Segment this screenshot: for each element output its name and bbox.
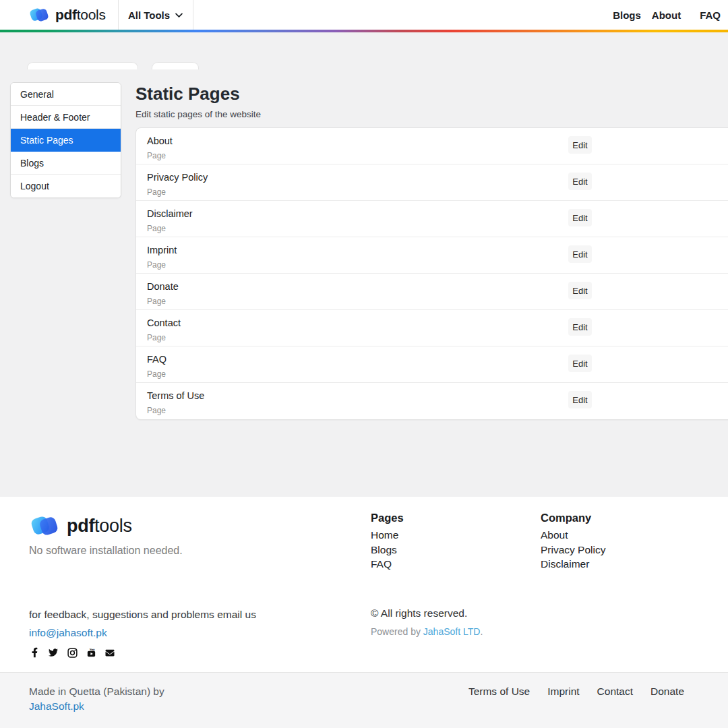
jahasoft-link[interactable]: JahaSoft.pk [29,700,84,712]
sidebar-item-logout[interactable]: Logout [11,175,121,198]
page-row-about: About Page Edit [136,128,728,164]
page-row-title: About [147,135,173,146]
page-title: Static Pages [135,84,240,104]
page-row-faq: FAQ Page Edit [136,346,728,383]
page-row-title: Disclaimer [147,208,193,219]
bottom-bar: Made in Quetta (Pakistan) by JahaSoft.pk… [0,672,728,728]
page-row-terms-of-use: Terms of Use Page Edit [136,383,728,419]
powered-suffix: . [480,626,483,637]
page-row-privacy-policy: Privacy Policy Page Edit [136,164,728,201]
edit-button[interactable]: Edit [568,136,592,154]
footer-company-column: Company About Privacy Policy Disclaimer [541,512,605,572]
nav-links: Blogs About FAQ [613,0,721,30]
footer-link-privacy-policy[interactable]: Privacy Policy [541,543,605,557]
brand-logo[interactable]: pdftools [28,0,106,30]
pdftools-logo-icon [29,510,60,541]
page-row-title: FAQ [147,354,166,365]
pdftools-logo-icon [28,4,50,26]
nav-link-blogs[interactable]: Blogs [613,9,641,21]
page-row-title: Donate [147,281,179,292]
brand-name: pdftools [55,7,106,23]
edit-button[interactable]: Edit [568,209,592,226]
top-navbar: pdftools All Tools Blogs About FAQ [0,0,728,30]
brand-regular: tools [94,516,132,536]
chevron-down-icon [175,11,183,20]
edit-button[interactable]: Edit [568,355,592,372]
footer-column-title: Pages [371,512,404,524]
bottom-link-donate[interactable]: Donate [650,686,684,698]
page-row-disclaimer: Disclaimer Page Edit [136,201,728,237]
footer-column-title: Company [541,512,605,524]
page-row-title: Privacy Policy [147,172,208,183]
page-row-title: Contact [147,317,181,328]
clipped-input-stub[interactable] [27,62,138,69]
footer-tagline: No software installation needed. [29,545,183,557]
page-row-contact: Contact Page Edit [136,310,728,346]
edit-button[interactable]: Edit [568,391,592,408]
footer-email-link[interactable]: info@jahasoft.pk [29,627,107,639]
edit-button[interactable]: Edit [568,173,592,190]
bottom-link-terms-of-use[interactable]: Terms of Use [468,686,530,698]
static-pages-list: About Page Edit Privacy Policy Page Edit… [135,127,728,420]
page-row-type: Page [147,151,166,160]
nav-link-about[interactable]: About [652,9,681,21]
admin-sidebar: General Header & Footer Static Pages Blo… [10,82,121,198]
brand-name: pdftools [67,516,132,537]
sidebar-item-header-footer[interactable]: Header & Footer [11,106,121,129]
footer-feedback-text: for feedback, suggestions and problems e… [29,609,256,621]
sidebar-item-general[interactable]: General [11,83,121,106]
edit-button[interactable]: Edit [568,318,592,336]
page-row-type: Page [147,260,166,270]
brand-bold: pdf [55,7,77,22]
email-icon[interactable] [104,647,115,658]
powered-by-link[interactable]: JahaSoft LTD [423,626,481,637]
powered-prefix: Powered by [371,626,423,637]
brand-bold: pdf [67,516,94,536]
page-row-type: Page [147,406,166,415]
page: pdftools All Tools Blogs About FAQ Gener… [0,0,728,728]
footer-link-blogs[interactable]: Blogs [371,543,404,557]
page-row-imprint: Imprint Page Edit [136,237,728,274]
bottom-link-contact[interactable]: Contact [597,686,633,698]
footer-brand-logo[interactable]: pdftools [29,510,132,541]
page-row-type: Page [147,187,166,197]
admin-main-area: General Header & Footer Static Pages Blo… [0,32,728,497]
svg-text:You: You [88,648,94,651]
page-row-title: Terms of Use [147,390,204,401]
edit-button[interactable]: Edit [568,245,592,263]
footer-pages-column: Pages Home Blogs FAQ [371,512,404,572]
site-footer: pdftools No software installation needed… [0,497,728,672]
bottom-link-imprint[interactable]: Imprint [547,686,579,698]
page-subtitle: Edit static pages of the website [135,109,261,119]
brand-regular: tools [77,7,106,22]
page-row-type: Page [147,369,166,379]
page-row-type: Page [147,333,166,342]
footer-link-home[interactable]: Home [371,528,404,543]
nav-link-faq[interactable]: FAQ [700,9,721,21]
footer-powered: Powered by JahaSoft LTD. [371,626,483,637]
footer-rights: © All rights reserved. [371,607,467,619]
page-row-title: Imprint [147,245,177,255]
twitter-icon[interactable] [48,647,59,658]
instagram-icon[interactable] [67,647,78,658]
sidebar-item-static-pages[interactable]: Static Pages [11,129,121,152]
all-tools-dropdown[interactable]: All Tools [118,0,193,30]
social-icons: You [29,647,115,658]
page-row-type: Page [147,297,166,306]
footer-link-disclaimer[interactable]: Disclaimer [541,557,605,572]
made-in-text: Made in Quetta (Pakistan) by [29,686,164,698]
bottom-bar-links: Terms of Use Imprint Contact Donate [468,686,684,698]
page-row-type: Page [147,224,166,233]
clipped-button-stub[interactable] [152,62,199,69]
edit-button[interactable]: Edit [568,282,592,299]
page-row-donate: Donate Page Edit [136,274,728,310]
all-tools-label: All Tools [128,9,170,21]
footer-link-about[interactable]: About [541,528,605,543]
footer-link-faq[interactable]: FAQ [371,557,404,572]
sidebar-item-blogs[interactable]: Blogs [11,152,121,175]
youtube-icon[interactable]: You [86,647,96,658]
facebook-icon[interactable] [29,647,40,658]
